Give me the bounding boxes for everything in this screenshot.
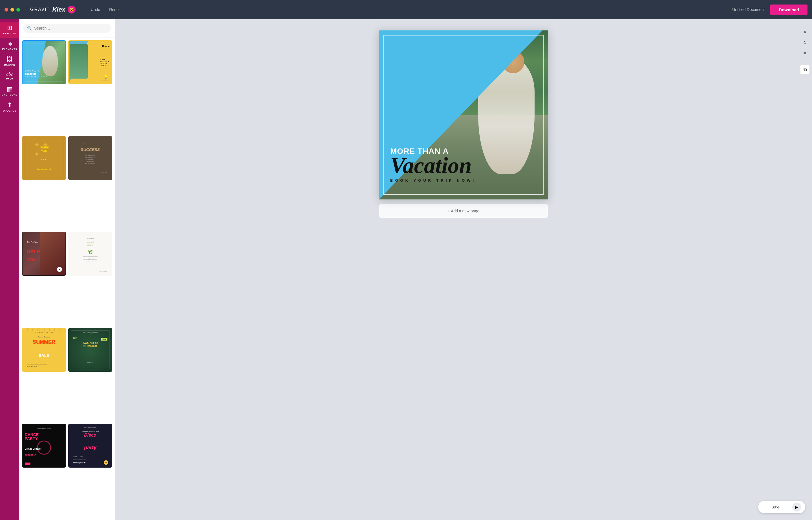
sidebar-item-layouts[interactable]: ⊞ LAYOUTS: [0, 22, 19, 38]
layout-card-fashion[interactable]: The Fashion SALE -70% ●: [22, 232, 66, 260]
book-trip-text: BOOK YOUR TRIP NOW!: [25, 76, 49, 77]
vacation-script-text: Vacation: [390, 155, 406, 176]
secrets-text: The Secrets to: [87, 238, 94, 239]
sidebar-item-background[interactable]: ▦ BKGROUND: [0, 83, 19, 99]
website-text: www.yourwebsite.com: [100, 80, 110, 81]
add-page-button[interactable]: + Add a new page: [379, 204, 406, 218]
search-input[interactable]: [34, 26, 107, 30]
vacation-text-area: MORE THAN A Vacation BOOK YOUR TRIP NOW!: [25, 70, 49, 77]
sidebar-label-elements: ELEMENTS: [2, 48, 17, 51]
maximize-window-button[interactable]: [16, 8, 20, 11]
sidebar-item-images[interactable]: 🖼 IMAGES: [0, 54, 19, 69]
sidebar-label-text: TEXT: [6, 78, 13, 81]
sale-text: SALE: [27, 249, 40, 255]
description-text: When you are balanced and whenyou have s…: [73, 256, 107, 260]
success-text: SUCCESS: [81, 147, 100, 152]
layout-card-success[interactable]: There are no secrets to SUCCESS it is th…: [68, 136, 112, 180]
layout-card-vacation[interactable]: MORE THAN A Vacation BOOK YOUR TRIP NOW!: [22, 40, 66, 84]
close-window-button[interactable]: [4, 8, 8, 11]
toolbar-actions: Undo Redo: [87, 6, 123, 14]
layout-card-thankyou[interactable]: ✦ ✦ ✦ ThankYou for all your Hard Work!: [22, 136, 66, 180]
logo: GRAVIT Klex 🐱: [25, 6, 81, 14]
layouts-grid: MORE THAN A Vacation BOOK YOUR TRIP NOW!…: [19, 37, 115, 260]
undo-button[interactable]: Undo: [87, 6, 104, 14]
sidebar-item-text[interactable]: abc TEXT: [0, 69, 19, 83]
no-secrets-text: There are no secrets to: [73, 143, 107, 145]
redo-button[interactable]: Redo: [105, 6, 122, 14]
sidebar-label-uploads: UPLOADS: [3, 109, 16, 112]
vacation-text: Vacation: [25, 72, 49, 75]
title-bar: GRAVIT Klex 🐱 Undo Redo Untitled Documen…: [0, 0, 406, 19]
hard-work-text: Hard Work!: [37, 168, 51, 171]
lamp-icon: 💡: [103, 75, 108, 79]
sidebar-label-layouts: LAYOUTS: [3, 32, 16, 35]
logo-gravit: GRAVIT: [30, 7, 50, 12]
search-bar: 🔍: [19, 19, 115, 37]
how-to-text: How to: [102, 45, 110, 48]
logo-icon: 🐱: [68, 6, 76, 14]
layout-card-beauty[interactable]: The Secrets to NaturalBeauty 🌿 When you …: [68, 232, 112, 260]
search-input-wrap[interactable]: 🔍: [23, 24, 111, 33]
uploads-icon: ⬆: [7, 102, 12, 108]
the-fashion-text: The Fashion: [27, 241, 38, 243]
layouts-icon: ⊞: [7, 25, 12, 31]
plan-text: PLAN ASUCCESSFULPRODUCTLAUNCH: [100, 59, 110, 67]
for-all-text: for all your: [41, 159, 47, 161]
logo-klex: Klex: [52, 6, 65, 13]
canvas-area: MORE THAN A Vacation BOOK YOUR TRIP NOW!…: [379, 30, 406, 218]
sidebar-label-images: IMAGES: [4, 64, 15, 67]
percent-text: -70%: [27, 257, 35, 260]
sidebar: ⊞ LAYOUTS ◈ ELEMENTS 🖼 IMAGES abc TEXT ▦…: [0, 19, 19, 260]
minimize-window-button[interactable]: [10, 8, 14, 11]
layout-card-howto[interactable]: How to PLAN ASUCCESSFULPRODUCTLAUNCH 💡 w…: [68, 40, 112, 84]
book-trip-text: BOOK YOUR TRIP NOW!: [390, 178, 406, 183]
window-controls: [0, 8, 25, 11]
thank-you-text: ThankYou: [39, 145, 49, 153]
images-icon: 🖼: [6, 56, 13, 62]
natural-beauty-text: NaturalBeauty: [87, 241, 94, 246]
quote-text: it is the result ofPREPARATION,HARD WORK…: [73, 155, 107, 164]
fashion-photo: [23, 232, 66, 260]
elements-icon: ◈: [7, 41, 12, 47]
background-icon: ▦: [7, 86, 13, 93]
leaf-icon: 🌿: [88, 250, 93, 254]
design-text-area: MORE THAN A Vacation BOOK YOUR TRIP NOW!: [390, 147, 406, 183]
main-canvas: MORE THAN A Vacation BOOK YOUR TRIP NOW!…: [115, 19, 406, 260]
sidebar-label-background: BKGROUND: [2, 94, 18, 96]
layouts-panel: 🔍 MORE THAN A Vacation BOOK YOUR TRIP NO…: [19, 19, 115, 260]
text-icon: abc: [6, 72, 13, 77]
author-text: - Colin Powell: [100, 172, 107, 173]
search-icon: 🔍: [27, 26, 32, 30]
sidebar-item-uploads[interactable]: ⬆ UPLOADS: [0, 99, 19, 115]
sidebar-item-elements[interactable]: ◈ ELEMENTS: [0, 38, 19, 54]
design-canvas[interactable]: MORE THAN A Vacation BOOK YOUR TRIP NOW!: [379, 30, 406, 200]
howto-photo: [70, 44, 88, 79]
